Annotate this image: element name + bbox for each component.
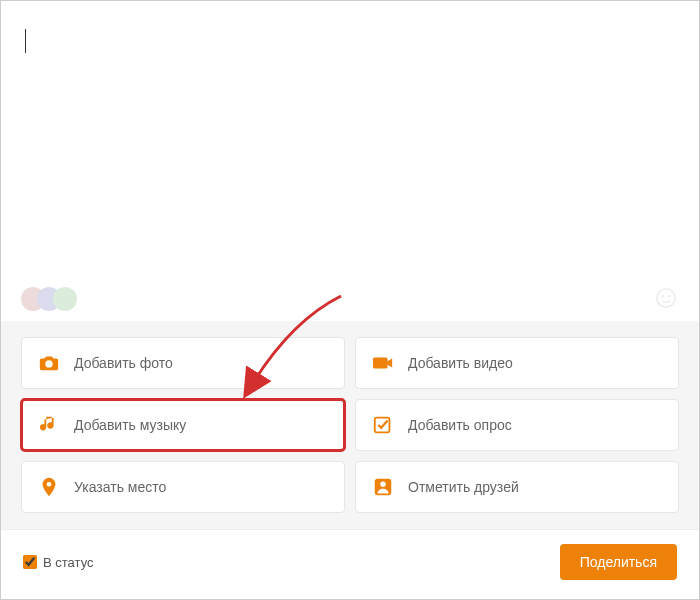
svg-point-1 [662, 295, 664, 297]
status-checkbox-wrapper[interactable]: В статус [23, 555, 94, 570]
svg-point-5 [47, 482, 52, 487]
status-label: В статус [43, 555, 94, 570]
tag-friends-button[interactable]: Отметить друзей [355, 461, 679, 513]
add-photo-button[interactable]: Добавить фото [21, 337, 345, 389]
svg-point-3 [47, 362, 51, 366]
action-label: Добавить видео [408, 355, 513, 371]
checkbox-poll-icon [372, 414, 394, 436]
add-poll-button[interactable]: Добавить опрос [355, 399, 679, 451]
share-button[interactable]: Поделиться [560, 544, 677, 580]
composer-area [1, 1, 699, 321]
add-video-button[interactable]: Добавить видео [355, 337, 679, 389]
background-color-picker[interactable] [21, 287, 69, 311]
svg-point-0 [657, 289, 675, 307]
action-label: Добавить фото [74, 355, 173, 371]
add-place-button[interactable]: Указать место [21, 461, 345, 513]
svg-point-7 [380, 482, 386, 488]
action-label: Добавить музыку [74, 417, 186, 433]
composer-input[interactable] [25, 21, 675, 261]
status-checkbox[interactable] [23, 555, 37, 569]
person-tag-icon [372, 476, 394, 498]
svg-point-2 [668, 295, 670, 297]
video-camera-icon [372, 352, 394, 374]
color-circle[interactable] [53, 287, 77, 311]
action-label: Указать место [74, 479, 166, 495]
post-composer-modal: Добавить фото Добавить видео Добавить му… [0, 0, 700, 600]
composer-toolbar [21, 287, 679, 311]
attachments-panel: Добавить фото Добавить видео Добавить му… [1, 321, 699, 529]
camera-icon [38, 352, 60, 374]
action-label: Добавить опрос [408, 417, 512, 433]
text-cursor [25, 29, 26, 53]
action-label: Отметить друзей [408, 479, 519, 495]
music-note-icon [38, 414, 60, 436]
add-music-button[interactable]: Добавить музыку [21, 399, 345, 451]
emoji-icon[interactable] [655, 287, 679, 311]
modal-footer: В статус Поделиться [1, 529, 699, 594]
location-pin-icon [38, 476, 60, 498]
